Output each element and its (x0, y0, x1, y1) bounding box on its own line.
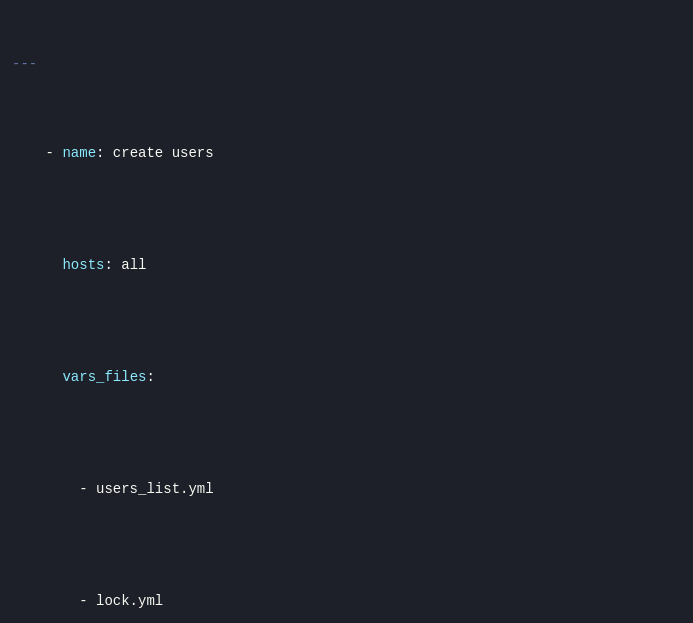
line-lock-yml: - lock.yml (12, 568, 681, 623)
code-editor: --- - name: create users hosts: all vars… (12, 8, 681, 623)
line-dashes: --- (12, 53, 681, 75)
line-name-create-users: - name: create users (12, 120, 681, 187)
line-vars-files: vars_files: (12, 344, 681, 411)
line-users-list: - users_list.yml (12, 456, 681, 523)
line-hosts: hosts: all (12, 232, 681, 299)
